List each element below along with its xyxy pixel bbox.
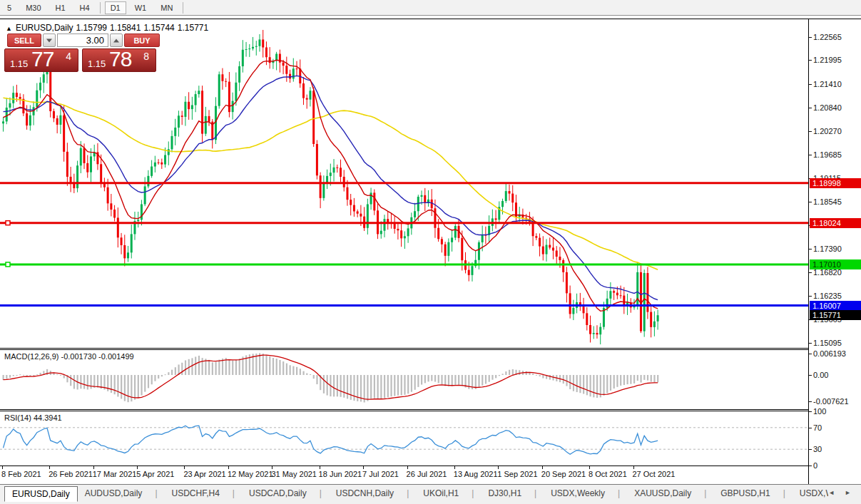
rsi-label: RSI(14) 44.3941 — [4, 413, 62, 422]
panel-divider[interactable] — [0, 348, 861, 349]
price-axis-label: 1.22565 — [813, 33, 842, 41]
timeframe-button-m30[interactable]: M30 — [20, 1, 46, 14]
level-price-badge: 1.18998 — [810, 178, 861, 188]
collapse-icon[interactable]: ▲ — [6, 25, 12, 32]
level-price-badge: 1.17010 — [810, 259, 861, 269]
sell-price-small: 1.15 — [10, 58, 28, 69]
rsi-axis-label: 70 — [813, 423, 822, 432]
timeframe-button-h1[interactable]: H1 — [50, 1, 71, 14]
price-axis: 1.225651.219951.214101.208401.202701.196… — [808, 19, 861, 484]
sell-price-display[interactable]: 1.15 77 4 — [4, 48, 78, 72]
panel-divider[interactable] — [0, 349, 861, 350]
timeframe-button-mn[interactable]: MN — [155, 1, 178, 14]
sell-button[interactable]: SELL — [7, 34, 41, 47]
chart-window: ▲EURUSD,Daily1.157991.158411.157441.1577… — [0, 19, 861, 483]
time-axis-label: 8 Feb 2021 — [1, 470, 41, 478]
time-axis-tick — [363, 466, 364, 469]
tab-usdcnh-daily[interactable]: USDCNH,Daily — [329, 486, 416, 500]
macd-axis-tick — [809, 375, 812, 376]
buy-price-sup: 8 — [143, 51, 149, 62]
time-axis-tick — [228, 466, 229, 469]
toolbar-separator — [100, 2, 101, 14]
time-axis-tick — [542, 466, 543, 469]
buy-price-big: 78 — [109, 47, 131, 71]
time-axis-label: 7 Jul 2021 — [362, 470, 399, 478]
chart-symbol-label: EURUSD,Daily — [16, 23, 73, 33]
tab-usdcad-daily[interactable]: USDCAD,Daily — [242, 486, 329, 500]
price-axis-tick — [809, 272, 812, 273]
tab-eurusd-daily[interactable]: EURUSD,Daily — [4, 486, 78, 502]
time-axis-label: 20 Sep 2021 — [541, 470, 586, 478]
sell-price-sup: 4 — [66, 51, 71, 62]
time-axis-label: 12 May 2021 — [228, 470, 273, 478]
tab-usdx-weekly[interactable]: USDX,Weekly — [793, 486, 828, 500]
price-axis-tick — [809, 343, 812, 344]
time-axis-tick — [184, 466, 185, 469]
time-axis-tick — [633, 466, 634, 469]
price-axis-label: 1.15095 — [813, 339, 842, 347]
tab-scroll-left-button[interactable]: ◄ — [828, 489, 835, 496]
price-axis-tick — [809, 202, 812, 202]
rsi-axis-tick — [809, 411, 812, 412]
volume-decrease-button[interactable] — [43, 34, 56, 47]
time-axis-label: 27 Oct 2021 — [633, 470, 676, 478]
volume-increase-button[interactable] — [110, 34, 123, 47]
tab-gbpusd-h1[interactable]: GBPUSD,H1 — [713, 486, 792, 500]
rsi-axis-label: 30 — [813, 445, 822, 453]
time-axis-tick — [2, 466, 3, 469]
time-axis-label: 13 Aug 2021 — [454, 470, 498, 478]
price-axis-label: 1.20840 — [813, 103, 842, 112]
time-axis-tick — [454, 466, 455, 469]
macd-axis-label: 0.00 — [813, 371, 828, 379]
timeframe-button-5[interactable]: 5 — [1, 1, 17, 14]
time-axis-label: 26 Jul 2021 — [407, 470, 447, 478]
volume-input[interactable] — [57, 34, 108, 47]
price-axis-label: 1.21410 — [813, 80, 842, 88]
time-axis-tick — [498, 466, 499, 469]
rsi-axis-label: 0 — [813, 461, 817, 470]
tab-xauusd-daily[interactable]: XAUUSD,Daily — [627, 486, 713, 500]
price-axis-label: 1.18545 — [813, 197, 842, 206]
time-axis-label: 18 Jun 2021 — [319, 470, 362, 478]
rsi-panel-canvas[interactable] — [0, 411, 808, 466]
tab-usdx-weekly[interactable]: USDX,Weekly — [544, 486, 627, 500]
timeframe-button-d1[interactable]: D1 — [105, 1, 126, 14]
price-axis-label: 1.19685 — [813, 150, 842, 159]
tab-scroll-right-button[interactable]: ► — [845, 489, 851, 496]
ohlc-low: 1.15744 — [143, 23, 174, 33]
timeframe-button-h4[interactable]: H4 — [74, 1, 96, 14]
timeframe-button-w1[interactable]: W1 — [129, 1, 153, 14]
chart-tab-bar: EURUSD,DailyAUDUSD,DailyUSDCHF,H4USDCAD,… — [0, 484, 861, 504]
tab-ukoil-h1[interactable]: UKOil,H1 — [416, 486, 481, 500]
time-axis-tick — [93, 466, 94, 469]
time-axis: 8 Feb 202126 Feb 202117 Mar 20215 Apr 20… — [0, 466, 808, 484]
ohlc-open: 1.15799 — [76, 23, 107, 33]
time-axis-label: 23 Apr 2021 — [183, 470, 225, 478]
price-axis-tick — [809, 296, 812, 297]
macd-axis-label: 0.006193 — [813, 349, 846, 358]
rsi-axis-tick — [809, 428, 812, 428]
tab-usdchf-h4[interactable]: USDCHF,H4 — [165, 486, 242, 500]
tab-audusd-daily[interactable]: AUDUSD,Daily — [78, 486, 165, 500]
time-axis-tick — [137, 466, 138, 469]
buy-price-display[interactable]: 1.15 78 8 — [82, 48, 156, 72]
time-axis-label: 17 Mar 2021 — [93, 470, 137, 478]
time-axis-tick — [589, 466, 590, 469]
macd-axis-label: -0.007621 — [813, 397, 849, 406]
time-axis-label: 5 Apr 2021 — [136, 470, 174, 478]
tab-dj30-h1[interactable]: DJ30,H1 — [481, 486, 544, 500]
buy-button[interactable]: BUY — [124, 34, 160, 47]
ohlc-close: 1.15771 — [178, 23, 208, 33]
time-axis-tick — [49, 466, 50, 469]
panel-divider[interactable] — [0, 411, 861, 411]
price-axis-label: 1.20270 — [813, 127, 842, 135]
price-axis-tick — [809, 249, 812, 250]
price-axis-tick — [809, 37, 812, 38]
price-axis-tick — [809, 84, 812, 85]
price-axis-label: 1.17390 — [813, 245, 842, 253]
level-price-badge: 1.16007 — [810, 301, 861, 311]
macd-axis-tick — [809, 401, 812, 402]
price-axis-label: 1.16235 — [813, 292, 842, 300]
panel-divider[interactable] — [0, 409, 861, 410]
toolbar-separator — [183, 2, 183, 14]
